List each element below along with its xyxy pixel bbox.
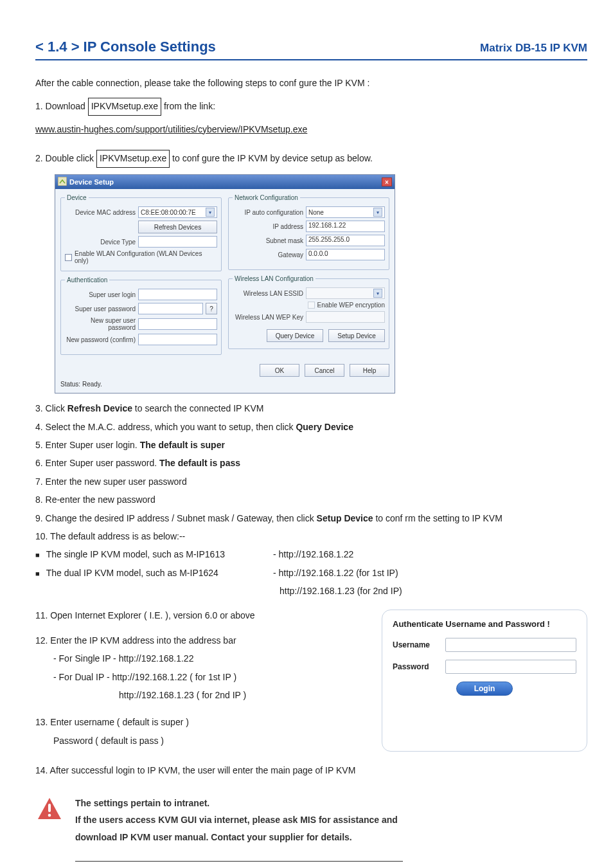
note-text: The settings pertain to intranet. If the… (75, 795, 398, 846)
bullet-single-ip: The single IP KVM model, such as M-IP161… (35, 547, 587, 561)
step-14: 14. After successful login to IP KVM, th… (35, 763, 587, 777)
mac-value: C8:EE:08:00:00:7E (141, 209, 196, 216)
svg-point-3 (48, 813, 51, 817)
step-12c: http://192.168.1.23 ( for 2nd IP ) (35, 688, 382, 702)
step-12b: - For Dual IP - http://192.168.1.22 ( fo… (35, 670, 382, 684)
network-group: Network Configuration IP auto configurat… (228, 194, 389, 270)
super-password-input[interactable] (138, 303, 203, 314)
step-6: 6. Enter Super user password. The defaul… (35, 456, 587, 470)
svg-rect-2 (48, 804, 51, 812)
super-login-input[interactable] (138, 289, 217, 300)
device-group: Device Device MAC address C8:EE:08:00:00… (60, 194, 222, 271)
step-2: 2. Double click IPKVMsetup.exe to conf g… (35, 150, 587, 168)
section-title: < 1.4 > IP Console Settings (35, 39, 216, 55)
new-password-label: New super user password (65, 317, 136, 331)
warning-icon (35, 795, 64, 823)
enable-wep-checkbox (308, 302, 315, 309)
device-group-title: Device (65, 194, 89, 201)
gateway-label: Gateway (233, 251, 303, 258)
step-13b: Password ( default is pass ) (35, 734, 382, 748)
auth-group: Authentication Super user login Super us… (60, 276, 222, 355)
step2-prefix: 2. Double click (35, 153, 96, 163)
login-button[interactable]: Login (456, 682, 513, 696)
auth-username-input[interactable] (445, 638, 576, 652)
cancel-button[interactable]: Cancel (305, 364, 344, 377)
new-password-input[interactable] (138, 318, 217, 330)
ipauto-value: None (308, 209, 324, 216)
query-device-button[interactable]: Query Device (267, 329, 323, 342)
chevron-down-icon: ▾ (373, 289, 382, 298)
subnet-input[interactable]: 255.255.255.0 (306, 235, 385, 246)
essid-label: Wireless LAN ESSID (233, 290, 303, 297)
ok-button[interactable]: OK (260, 364, 299, 377)
exe-name-box-2: IPKVMsetup.exe (96, 150, 170, 168)
step1-suffix: from the link: (164, 101, 215, 111)
download-link[interactable]: www.austin-hughes.com/support/utilities/… (35, 122, 587, 138)
setup-device-button[interactable]: Setup Device (328, 329, 385, 342)
close-icon[interactable]: × (382, 177, 392, 186)
ipaddr-input[interactable]: 192.168.1.22 (306, 221, 385, 232)
ipauto-label: IP auto configuration (233, 209, 303, 216)
svg-rect-0 (58, 177, 67, 186)
refresh-devices-button[interactable]: Refresh Devices (138, 221, 217, 233)
enable-wep-label: Enable WEP encryption (317, 302, 385, 309)
note-line-1: The settings pertain to intranet. (75, 795, 398, 812)
enable-wlan-label: Enable WLAN Configuration (WLAN Devices … (75, 250, 217, 264)
product-title: Matrix DB-15 IP KVM (480, 42, 587, 55)
chevron-down-icon[interactable]: ▾ (373, 208, 382, 217)
chevron-down-icon[interactable]: ▾ (206, 208, 215, 217)
auth-password-input[interactable] (445, 660, 576, 674)
download-link-text[interactable]: www.austin-hughes.com/support/utilities/… (35, 124, 307, 134)
step-13: 13. Enter username ( default is super ) (35, 715, 382, 729)
note-divider (75, 861, 403, 862)
step-12: 12. Enter the IP KVM address into the ad… (35, 633, 382, 647)
note-line-2: If the users access KVM GUI via internet… (75, 811, 398, 829)
note-line-3: download IP KVM user manual. Contact you… (75, 829, 398, 846)
device-setup-window: Device Setup × Device Device MAC address… (55, 174, 395, 393)
auth-password-label: Password (393, 662, 439, 671)
auth-panel: Authenticate Username and Password ! Use… (382, 610, 587, 752)
super-password-label: Super user password (65, 305, 136, 312)
window-app-icon (58, 177, 67, 187)
mac-select[interactable]: C8:EE:08:00:00:7E ▾ (138, 206, 217, 218)
step-12a: - For Single IP - http://192.168.1.22 (35, 651, 382, 665)
bullet-dual-ip-2: http://192.168.1.23 (for 2nd IP) (35, 584, 587, 598)
step-9: 9. Change the desired IP address / Subne… (35, 511, 587, 525)
wlan-group: Wireless LAN Configuration Wireless LAN … (228, 275, 389, 349)
auth-username-label: Username (393, 640, 439, 649)
step-8: 8. Re-enter the new password (35, 493, 587, 507)
ipauto-select[interactable]: None ▾ (306, 206, 385, 218)
wlan-group-title: Wireless LAN Configuration (233, 275, 315, 282)
help-button[interactable]: Help (350, 364, 389, 377)
confirm-password-input[interactable] (138, 334, 217, 345)
exe-name-box: IPKVMsetup.exe (88, 98, 161, 116)
gateway-input[interactable]: 0.0.0.0 (306, 249, 385, 260)
intro-text: After the cable connection, please take … (35, 76, 587, 91)
step-3: 3. Click Refresh Device to search the co… (35, 401, 587, 415)
step-10: 10. The default address is as below:-- (35, 529, 587, 543)
super-login-label: Super user login (65, 291, 136, 298)
step-11: 11. Open Internet Explorer ( I.E. ), ver… (35, 608, 382, 622)
auth-panel-title: Authenticate Username and Password ! (393, 619, 576, 629)
auth-group-title: Authentication (65, 276, 109, 284)
password-help-button[interactable]: ? (206, 303, 217, 314)
essid-select: ▾ (306, 287, 385, 299)
mac-label: Device MAC address (65, 209, 136, 216)
step-4: 4. Select the M.A.C. address, which you … (35, 420, 587, 434)
bullet-dual-ip: The dual IP KVM model, such as M-IP1624 … (35, 566, 587, 580)
confirm-password-label: New password (confirm) (65, 336, 136, 343)
step1-prefix: 1. Download (35, 101, 88, 111)
step2-suffix: to conf gure the IP KVM by device setup … (172, 153, 373, 163)
device-type-input[interactable] (138, 236, 217, 248)
status-bar: Status: Ready. (60, 381, 389, 388)
wepkey-input (306, 311, 385, 323)
network-group-title: Network Configuration (233, 194, 300, 201)
step-1: 1. Download IPKVMsetup.exe from the link… (35, 98, 587, 116)
device-type-label: Device Type (65, 239, 136, 246)
step-7: 7. Enter the new super user password (35, 475, 587, 489)
window-title: Device Setup (69, 178, 114, 186)
enable-wlan-checkbox[interactable] (65, 254, 72, 261)
wepkey-label: Wireless LAN WEP Key (233, 314, 303, 321)
step-5: 5. Enter Super user login. The default i… (35, 438, 587, 452)
ipaddr-label: IP address (233, 223, 303, 230)
